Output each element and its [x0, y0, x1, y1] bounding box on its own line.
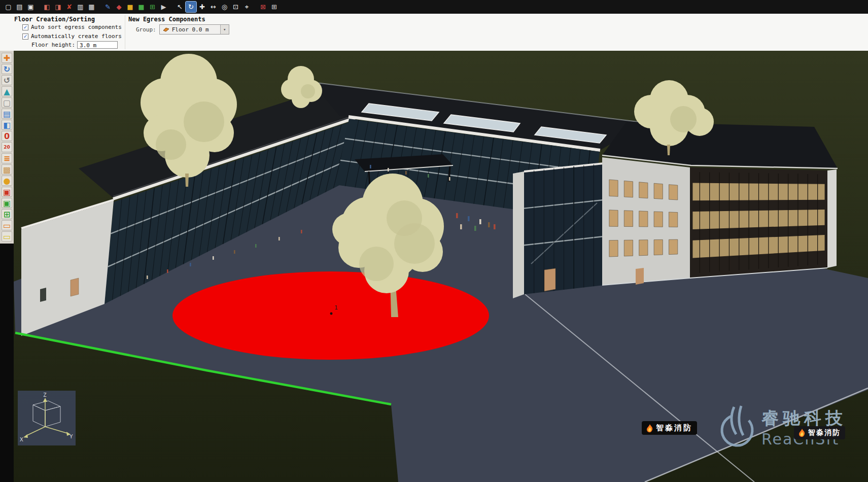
fire-brand-badge-2: 智淼消防: [794, 426, 845, 439]
door-tool-icon[interactable]: ◧: [2, 120, 12, 130]
reset-view-icon[interactable]: ⌖: [241, 2, 252, 12]
window: [609, 180, 618, 196]
floor-height-input[interactable]: 3.0 m: [77, 41, 118, 49]
group-value: Floor 0.0 m: [172, 26, 218, 33]
open-file-icon[interactable]: ▤: [14, 2, 25, 12]
checkbox-icon[interactable]: ✓: [22, 24, 28, 30]
video-icon[interactable]: ▶: [158, 2, 169, 12]
view-axes-gizmo[interactable]: Z X Y: [18, 391, 76, 445]
options-bar: Floor Creation/Sorting ✓ Auto sort egres…: [0, 14, 868, 51]
atrium-glass-tower[interactable]: [513, 163, 604, 298]
window: [669, 185, 677, 200]
door-elev-20-icon[interactable]: 20: [2, 142, 12, 152]
results-table-tool-icon[interactable]: ⊞: [2, 209, 12, 219]
floor-tool-icon[interactable]: ▢: [2, 97, 12, 108]
person-figure[interactable]: [213, 256, 214, 260]
marker-label: 1: [334, 304, 338, 311]
toolbar-separator: [37, 2, 41, 12]
new-egress-title: New Egress Components: [128, 16, 205, 23]
window: [609, 210, 618, 227]
move-tool-icon[interactable]: ✚: [2, 53, 12, 63]
table-view-icon[interactable]: ⊞: [147, 2, 158, 12]
person-figure[interactable]: [428, 174, 429, 178]
person-figure[interactable]: [147, 276, 148, 279]
person-figure[interactable]: [388, 168, 389, 171]
pan-icon[interactable]: ✚: [197, 2, 207, 12]
person-figure[interactable]: [370, 165, 371, 168]
group-label: Group:: [136, 26, 156, 33]
person-figure[interactable]: [279, 237, 280, 240]
occupant-tool-icon[interactable]: ●: [2, 176, 12, 186]
person-figure[interactable]: [479, 219, 481, 224]
point-marker[interactable]: [330, 313, 333, 315]
import-model-icon[interactable]: ◧: [42, 2, 52, 12]
orbit-tool-icon[interactable]: ↻: [2, 64, 12, 74]
red-circle-region[interactable]: [172, 271, 489, 360]
scenario-icon[interactable]: ■: [125, 2, 135, 12]
person-figure[interactable]: [167, 269, 168, 273]
person-figure[interactable]: [301, 230, 302, 233]
floor-creation-title: Floor Creation/Sorting: [14, 16, 95, 23]
model-view-icon[interactable]: ◆: [114, 2, 124, 12]
main-toolbar: ▢▤▣◧◨✘▥▦✎◆■■⊞▶↖↻✚↔◎⊡⌖⊠⊞: [0, 0, 868, 14]
new-file-icon[interactable]: ▢: [3, 2, 14, 12]
obstruction-tool-icon[interactable]: ▩: [2, 164, 12, 175]
zoom-icon[interactable]: ◎: [219, 2, 230, 12]
exit-tool-icon[interactable]: ▭: [2, 220, 12, 230]
camera-tool-icon[interactable]: ▲: [2, 86, 12, 96]
person-figure[interactable]: [494, 224, 496, 229]
person-figure[interactable]: [190, 263, 191, 266]
checkbox-icon[interactable]: ✓: [22, 33, 28, 40]
snap-grid-icon[interactable]: ⊠: [258, 2, 268, 12]
room-tool-icon[interactable]: ▤: [2, 109, 12, 119]
window: [624, 211, 633, 227]
door-elev-0-icon[interactable]: 0: [2, 131, 12, 141]
stairs-tool-icon[interactable]: ≡: [2, 153, 12, 163]
person-figure[interactable]: [405, 171, 407, 175]
export-model-icon[interactable]: ◨: [53, 2, 63, 12]
auto-sort-checkbox[interactable]: ✓ Auto sort egress components: [22, 24, 122, 30]
display-tool-icon[interactable]: ▣: [2, 198, 12, 208]
person-figure[interactable]: [449, 177, 450, 181]
edit-mode-icon[interactable]: ✎: [102, 2, 113, 12]
save-file-icon[interactable]: ▣: [25, 2, 36, 12]
right-building[interactable]: [602, 122, 838, 285]
results-icon[interactable]: ■: [136, 2, 147, 12]
zoom-window-icon[interactable]: ⊡: [230, 2, 241, 12]
monitor-tool-icon[interactable]: ▣: [2, 187, 12, 197]
badge-text: 智淼消防: [808, 428, 841, 437]
person-figure[interactable]: [234, 250, 235, 254]
copy-icon[interactable]: ▥: [75, 2, 86, 12]
person-figure[interactable]: [468, 216, 470, 221]
3d-viewport[interactable]: 1 Z X Y 睿驰科技 ReaChSft 智淼消防: [14, 51, 868, 482]
paste-icon[interactable]: ▦: [86, 2, 97, 12]
auto-sort-label: Auto sort egress components: [31, 24, 122, 30]
badge-text: 智淼消防: [656, 423, 692, 433]
group-dropdown[interactable]: Floor 0.0 m ▾: [159, 24, 229, 35]
window: [624, 240, 633, 256]
window: [639, 240, 648, 256]
flame-icon: [646, 424, 653, 432]
auto-create-checkbox[interactable]: ✓ Automatically create floors: [22, 33, 122, 40]
grid-icon[interactable]: ⊞: [269, 2, 280, 12]
delete-icon[interactable]: ✘: [64, 2, 75, 12]
side-wall: [513, 171, 524, 298]
tool-strip: ✚↻↺▲▢▤◧020≡▩●▣▣⊞▭▭: [0, 51, 14, 244]
move-view-icon[interactable]: ↔: [208, 2, 219, 12]
person-figure[interactable]: [460, 224, 462, 229]
measure-tool-icon[interactable]: ▭: [2, 231, 12, 242]
select-icon[interactable]: ↖: [175, 2, 185, 12]
person-figure[interactable]: [474, 226, 476, 231]
person-figure[interactable]: [456, 213, 458, 218]
person-figure[interactable]: [488, 222, 490, 227]
floor-height-label: Floor height:: [31, 42, 75, 48]
rotate-tool-icon[interactable]: ↺: [2, 75, 12, 85]
door: [71, 278, 79, 296]
orbit-icon[interactable]: ↻: [186, 2, 196, 12]
toolbar-separator: [97, 2, 102, 12]
flame-icon: [798, 429, 806, 437]
person-figure[interactable]: [255, 244, 257, 248]
z-axis-label: Z: [43, 392, 47, 398]
chevron-down-icon[interactable]: ▾: [220, 25, 229, 34]
window: [654, 183, 663, 199]
